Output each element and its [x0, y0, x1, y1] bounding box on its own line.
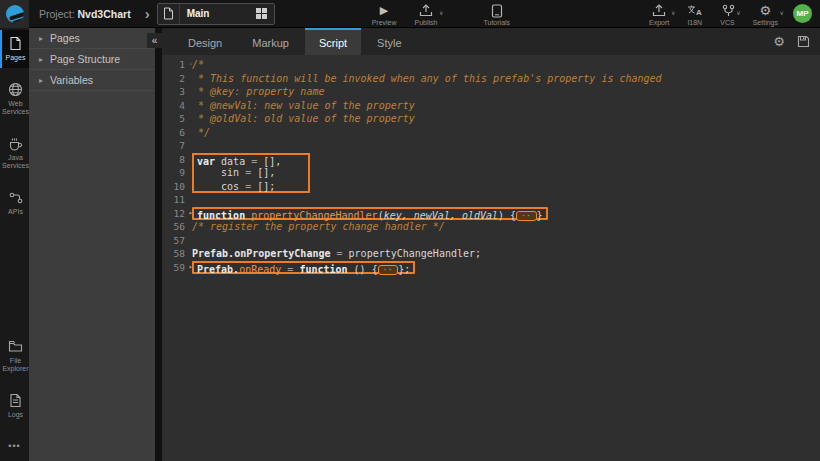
code-line-6[interactable]: 6 */: [162, 126, 820, 140]
chevron-down-icon: ∨: [439, 9, 443, 16]
user-avatar[interactable]: MP: [793, 4, 812, 23]
more-options-button[interactable]: •••: [0, 433, 29, 461]
vcs-label: VCS: [720, 19, 734, 26]
code-line-8[interactable]: 8var data = [],: [162, 153, 820, 167]
tab-style[interactable]: Style: [363, 28, 415, 55]
code-line-56[interactable]: 56/* register the property change handle…: [162, 220, 820, 234]
editor-settings-gear-icon[interactable]: ⚙: [773, 35, 785, 48]
editor-column: DesignMarkupScriptStyle ⚙ 1-/*2 * This f…: [162, 28, 820, 461]
line-number: 57: [162, 234, 188, 248]
accordion-section-variables[interactable]: ▸Variables: [29, 70, 155, 91]
preview-label: Preview: [372, 19, 397, 26]
caret-right-icon: ▸: [39, 76, 43, 85]
doc-icon: [9, 393, 22, 408]
sidebar-item-logs[interactable]: Logs: [0, 387, 29, 425]
export-button[interactable]: ∨Export: [649, 1, 669, 26]
code-line-2[interactable]: 2 * This function will be invoked when a…: [162, 72, 820, 86]
fold-toggle-icon[interactable]: ▸: [189, 261, 193, 275]
settings-button[interactable]: ⚙∨Settings: [753, 1, 778, 26]
tab-script[interactable]: Script: [305, 28, 361, 55]
line-number: 8: [162, 153, 188, 167]
tutorials-button[interactable]: Tutorials: [484, 1, 511, 26]
translate-icon: A: [687, 4, 702, 17]
code-line-9[interactable]: 9 sin = [],: [162, 166, 820, 180]
code-line-12[interactable]: 12▸function propertyChangeHandler(key, n…: [162, 207, 820, 221]
sidebar-item-file-explorer[interactable]: File Explorer: [0, 333, 29, 379]
accordion-section-page-structure[interactable]: ▸Page Structure: [29, 49, 155, 70]
accordion-section-pages[interactable]: ▸Pages: [29, 28, 155, 49]
folded-code-icon[interactable]: ··: [378, 265, 398, 275]
line-number: 3: [162, 85, 188, 99]
sidebar-item-web-services[interactable]: Web Services: [0, 76, 29, 122]
code-line-5[interactable]: 5 * @oldVal: old value of the property: [162, 112, 820, 126]
code-highlight-box: sin = [],: [192, 166, 310, 180]
code-line-11[interactable]: 11: [162, 193, 820, 207]
code-highlight-box: var data = [],: [192, 153, 310, 167]
page-tab-main[interactable]: Main: [157, 3, 275, 25]
code-highlight-box: cos = [];: [192, 180, 310, 194]
chevron-down-icon: ∨: [780, 9, 784, 16]
line-number: 5: [162, 112, 188, 126]
sidebar-item-apis[interactable]: APIs: [0, 184, 29, 222]
tab-markup[interactable]: Markup: [238, 28, 303, 55]
sidebar-item-pages[interactable]: Pages: [0, 30, 29, 68]
line-number: 58: [162, 247, 188, 261]
code-line-7[interactable]: 7: [162, 139, 820, 153]
sidebar-item-label: Logs: [8, 411, 23, 419]
branch-icon: [721, 4, 735, 17]
sidebar-item-java-services[interactable]: Java Services: [0, 130, 29, 176]
line-number: 11: [162, 193, 188, 207]
code-line-59[interactable]: 59▸Prefab.onReady = function () {··};: [162, 261, 820, 275]
preview-button[interactable]: ▶Preview: [372, 1, 397, 26]
topbar-tutorials: Tutorials: [475, 1, 520, 26]
code-line-1[interactable]: 1-/*: [162, 58, 820, 72]
sidebar-item-label: Web Services: [2, 100, 29, 116]
project-title: Project: Nvd3Chart: [39, 8, 131, 20]
globe-icon: [8, 82, 23, 97]
pages-panel: ▸Pages▸Page Structure▸Variables: [29, 28, 155, 461]
line-number: 9: [162, 166, 188, 180]
line-number: 10: [162, 180, 188, 194]
vcs-button[interactable]: ∨VCS: [720, 1, 734, 26]
sidebar-item-label: APIs: [8, 208, 23, 216]
i18n-label: I18N: [687, 19, 702, 26]
publish-label: Publish: [415, 19, 438, 26]
collapse-panel-button[interactable]: «: [147, 33, 162, 48]
export-label: Export: [649, 19, 669, 26]
save-icon[interactable]: [797, 35, 810, 48]
caret-right-icon: ▸: [39, 55, 43, 64]
caret-right-icon: ▸: [39, 34, 43, 43]
line-number: 1-: [162, 58, 188, 72]
code-highlight-box: Prefab.onReady = function () {··};: [192, 261, 415, 275]
upload-icon: [419, 4, 433, 17]
svg-text:A: A: [696, 8, 702, 17]
fold-toggle-icon[interactable]: -: [189, 58, 193, 72]
line-number: 2: [162, 72, 188, 86]
code-line-57[interactable]: 57: [162, 234, 820, 248]
publish-button[interactable]: ∨Publish: [415, 1, 438, 26]
grid-view-icon[interactable]: [256, 8, 267, 19]
editor-tab-bar: DesignMarkupScriptStyle ⚙: [162, 28, 820, 55]
code-line-3[interactable]: 3 * @key: property name: [162, 85, 820, 99]
line-number: 12▸: [162, 207, 188, 221]
folded-code-icon[interactable]: ··: [516, 211, 536, 221]
i18n-button[interactable]: AI18N: [687, 1, 702, 26]
code-line-4[interactable]: 4 * @newVal: new value of the property: [162, 99, 820, 113]
project-name: Nvd3Chart: [78, 8, 131, 20]
tutorials-label: Tutorials: [484, 19, 511, 26]
coffee-icon: [8, 136, 23, 151]
sidebar-item-label: File Explorer: [2, 357, 29, 373]
code-line-58[interactable]: 58Prefab.onPropertyChange = propertyChan…: [162, 247, 820, 261]
sidebar-item-label: Java Services: [2, 154, 29, 170]
script-code-editor[interactable]: 1-/*2 * This function will be invoked wh…: [162, 55, 820, 461]
top-bar: Project: Nvd3Chart › Main ▶Preview∨Publi…: [0, 0, 820, 28]
project-label: Project:: [39, 8, 75, 20]
fold-toggle-icon[interactable]: ▸: [189, 207, 193, 221]
line-number: 56: [162, 220, 188, 234]
app-logo[interactable]: [0, 0, 29, 28]
line-number: 59▸: [162, 261, 188, 275]
code-line-10[interactable]: 10 cos = [];: [162, 180, 820, 194]
tab-design[interactable]: Design: [174, 28, 236, 55]
chevron-down-icon: ∨: [671, 9, 675, 16]
upload-icon: [652, 4, 666, 17]
